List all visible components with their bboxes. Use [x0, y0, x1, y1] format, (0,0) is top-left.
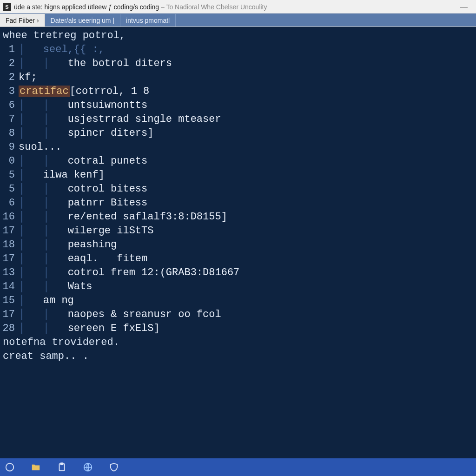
- window-title: üde a ste: higns appliced ütleew ƒ codin…: [14, 3, 452, 11]
- line-number: 5: [0, 168, 19, 182]
- code-text: │ ilwa kenf]: [19, 168, 105, 182]
- code-line[interactable]: 5│ ilwa kenf]: [0, 168, 476, 182]
- code-text: │ │ Wats: [19, 280, 92, 294]
- indent-guide: │ │: [19, 281, 68, 292]
- code-line[interactable]: 28│ │ sereen E fxElS]: [0, 322, 476, 336]
- code-line[interactable]: 17│ │ naopes & sreanusr oo fcol: [0, 308, 476, 322]
- code-editor[interactable]: whee tretreg potrol,1│ seel,{{ :,2│ │ th…: [0, 27, 476, 458]
- code-text: │ │ peashing: [19, 238, 117, 252]
- line-number: 17: [0, 308, 19, 322]
- line-number: 5: [0, 182, 19, 196]
- tab-inputs-format[interactable]: intvus pmomatl: [120, 14, 176, 26]
- code-line[interactable]: 7│ │ usjestrrad single mteaser: [0, 112, 476, 126]
- line-number: 16: [0, 210, 19, 224]
- line-number: 6: [0, 196, 19, 210]
- code-line[interactable]: 14│ │ Wats: [0, 280, 476, 294]
- code-text: kf;: [19, 71, 37, 85]
- line-number: 14: [0, 280, 19, 294]
- code-text: │ │ patnrr Bitess: [19, 196, 147, 210]
- code-line[interactable]: 5│ │ cotrol bitess: [0, 182, 476, 196]
- app-icon: S: [3, 3, 11, 11]
- code-line[interactable]: 3cratifac[cotrrol, 1 8: [0, 85, 476, 99]
- window-title-primary: üde a ste: higns appliced ütleew ƒ codin…: [14, 3, 159, 11]
- indent-guide: │ │: [19, 99, 68, 111]
- code-text: │ │ cotrol bitess: [19, 182, 147, 196]
- indent-guide: │ │: [19, 211, 68, 223]
- code-line[interactable]: 9suol...: [0, 140, 476, 154]
- indent-guide: │ │: [19, 225, 68, 237]
- indent-guide: │ │: [19, 323, 68, 334]
- code-text: │ │ sereen E fxElS]: [19, 322, 160, 336]
- taskbar: [0, 458, 476, 476]
- code-line[interactable]: 17│ │ eaql. fitem: [0, 252, 476, 266]
- indent-guide: │ │: [19, 309, 68, 320]
- svg-point-0: [6, 463, 14, 471]
- code-line[interactable]: 18│ │ peashing: [0, 238, 476, 252]
- line-number: 18: [0, 238, 19, 252]
- line-number: 28: [0, 322, 19, 336]
- line-number: 13: [0, 266, 19, 280]
- window-title-secondary: – To Nadioral Whe Cbelser Uncoulity: [159, 3, 267, 11]
- code-line[interactable]: 1│ seel,{{ :,: [0, 43, 476, 57]
- globe-icon[interactable]: [82, 461, 94, 473]
- line-number: 15: [0, 294, 19, 308]
- code-text: cratifac[cotrrol, 1 8: [19, 85, 149, 99]
- code-text: │ │ cotral punets: [19, 154, 147, 168]
- code-line[interactable]: 16│ │ re/ented saflalf3:8:D8155]: [0, 210, 476, 224]
- window-titlebar: S üde a ste: higns appliced ütleew ƒ cod…: [0, 0, 476, 14]
- indent-guide: │ │: [19, 183, 68, 195]
- code-line[interactable]: 15│ am ng: [0, 294, 476, 308]
- code-header-line[interactable]: whee tretreg potrol,: [0, 29, 476, 43]
- indent-guide: │ │: [19, 197, 68, 209]
- start-icon[interactable]: [4, 461, 16, 473]
- code-text: │ │ cotrol frem 12:(GRAB3:D81667: [19, 266, 239, 280]
- indent-guide: │ │: [19, 113, 68, 125]
- line-number: 8: [0, 126, 19, 140]
- code-line[interactable]: 17│ │ wilerge ilStTS: [0, 224, 476, 238]
- code-text: │ │ naopes & sreanusr oo fcol: [19, 308, 221, 322]
- line-number: 0: [0, 154, 19, 168]
- indent-guide: │ │: [19, 267, 68, 278]
- line-number: 17: [0, 252, 19, 266]
- code-text: │ │ the botrol diters: [19, 57, 172, 71]
- code-text: │ │ usjestrrad single mteaser: [19, 112, 221, 126]
- line-number: 6: [0, 99, 19, 112]
- code-text: │ │ spincr diters]: [19, 126, 153, 140]
- code-text: │ │ untsuiwnontts: [19, 99, 147, 112]
- code-line[interactable]: 2│ │ the botrol diters: [0, 57, 476, 71]
- code-line[interactable]: 8│ │ spincr diters]: [0, 126, 476, 140]
- indent-guide: │ │: [19, 127, 68, 139]
- code-text: │ am ng: [19, 294, 74, 308]
- indent-guide: │ │: [19, 155, 68, 167]
- svg-rect-2: [60, 463, 63, 465]
- code-line[interactable]: 6│ │ untsuiwnontts: [0, 99, 476, 112]
- highlighted-keyword: cratifac: [19, 86, 70, 97]
- code-line[interactable]: 2kf;: [0, 71, 476, 85]
- code-line[interactable]: 13│ │ cotrol frem 12:(GRAB3:D81667: [0, 266, 476, 280]
- tab-file-filter[interactable]: Fad Fiiber ›: [0, 14, 45, 26]
- tab-data-steering[interactable]: Dater/als ueering um |: [45, 14, 120, 26]
- indent-guide: │ │: [19, 58, 68, 69]
- clipboard-icon[interactable]: [56, 461, 68, 473]
- code-text: │ │ wilerge ilStTS: [19, 224, 153, 238]
- line-number: 2: [0, 71, 19, 85]
- code-line[interactable]: 6│ │ patnrr Bitess: [0, 196, 476, 210]
- line-number: 9: [0, 140, 19, 154]
- indent-guide: │ │: [19, 239, 68, 251]
- files-icon[interactable]: [30, 461, 42, 473]
- indent-guide: │: [19, 169, 43, 181]
- line-number: 3: [0, 85, 19, 99]
- code-line[interactable]: 0│ │ cotral punets: [0, 154, 476, 168]
- line-number: 17: [0, 224, 19, 238]
- security-icon[interactable]: [108, 461, 120, 473]
- tab-bar: Fad Fiiber › Dater/als ueering um | intv…: [0, 14, 476, 27]
- line-number: 1: [0, 43, 19, 57]
- code-text: suol...: [19, 140, 61, 154]
- indent-guide: │: [19, 44, 43, 55]
- code-text: │ seel,{{ :,: [19, 43, 105, 57]
- code-text: │ │ eaql. fitem: [19, 252, 147, 266]
- minimize-button[interactable]: —: [455, 0, 473, 13]
- line-number: 7: [0, 112, 19, 126]
- code-footer-line[interactable]: creat samp.. .: [0, 350, 476, 364]
- code-footer-line[interactable]: notefna trovidered.: [0, 336, 476, 350]
